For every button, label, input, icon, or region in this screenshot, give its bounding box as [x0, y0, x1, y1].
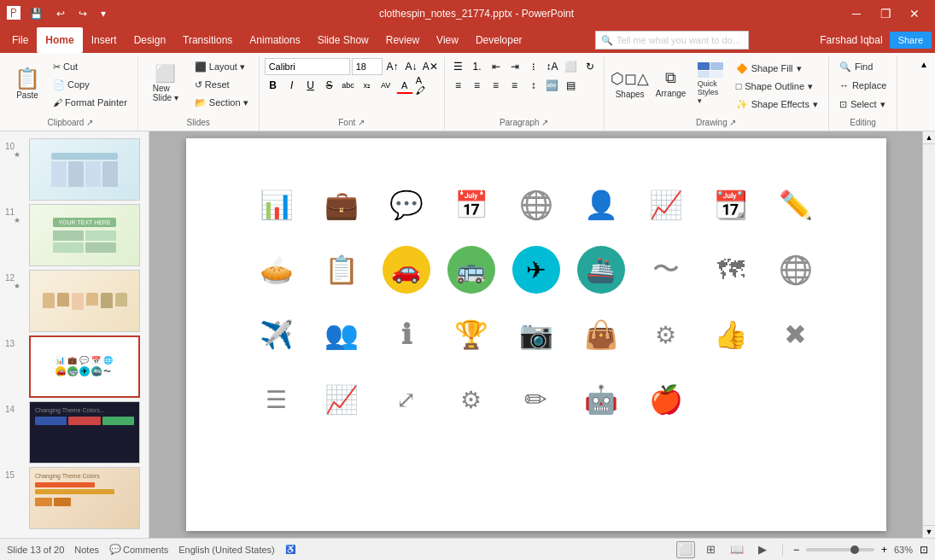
undo-qat-button[interactable]: ↩	[52, 6, 69, 21]
slide-thumb-11[interactable]: YOUR TEXT HERE	[29, 204, 140, 266]
slide-thumb-15[interactable]: Changing Theme Colors	[29, 467, 140, 529]
icon-gear: ⚙	[447, 376, 495, 423]
font-increase-button[interactable]: A↑	[384, 58, 401, 75]
menu-tab-slideshow[interactable]: Slide Show	[309, 27, 377, 53]
zoom-out-button[interactable]: −	[793, 544, 799, 556]
zoom-thumb[interactable]	[850, 545, 859, 554]
shape-effects-button[interactable]: ✨ Shape Effects ▾	[731, 96, 823, 113]
slide-thumb-12[interactable]	[29, 270, 140, 332]
slide-thumb-14[interactable]: Changing Theme Colors...	[29, 401, 140, 464]
menu-tab-view[interactable]: View	[428, 27, 467, 53]
customize-qat-button[interactable]: ▾	[96, 6, 110, 21]
slide-sorter-button[interactable]: ⊞	[702, 541, 721, 558]
restore-button[interactable]: ❐	[872, 2, 899, 26]
font-decrease-button[interactable]: A↓	[403, 58, 420, 75]
slide-thumb-container-11: 11 ★ YOUR TEXT HERE	[20, 204, 131, 266]
save-qat-button[interactable]: 💾	[26, 6, 47, 21]
fontcolor-button[interactable]: A	[396, 77, 413, 94]
strikethrough-button[interactable]: S	[321, 77, 338, 94]
close-button[interactable]: ✕	[901, 2, 928, 26]
icon-world: 🌐	[772, 246, 820, 294]
bold-button[interactable]: B	[265, 77, 282, 94]
slide-thumb-container-13: 13 📊💼💬📅🌐 🚗 🚌 ✈ 🚢 〜	[20, 335, 131, 398]
decrease-indent-button[interactable]: ⇤	[488, 58, 505, 75]
menu-tab-transitions[interactable]: Transitions	[174, 27, 241, 53]
clear-format-button[interactable]: A✕	[422, 58, 439, 75]
align-right-button[interactable]: ≡	[488, 77, 505, 94]
select-button[interactable]: ⊡ Select ▾	[834, 96, 891, 113]
numbering-button[interactable]: 1.	[469, 58, 486, 75]
font-size-input[interactable]	[352, 58, 383, 75]
shape-outline-button[interactable]: □ Shape Outline ▾	[731, 78, 823, 95]
menu-tab-home[interactable]: Home	[37, 27, 82, 53]
new-slide-button[interactable]: ⬜ NewSlide ▾	[143, 58, 188, 109]
menu-tab-file[interactable]: File	[3, 27, 37, 53]
user-area[interactable]: Farshad Iqbal	[813, 34, 889, 46]
title-bar: 🅿 💾 ↩ ↪ ▾ clothespin_notes_21774.pptx - …	[0, 0, 935, 27]
zoom-in-button[interactable]: +	[881, 544, 887, 556]
increase-indent-button[interactable]: ⇥	[506, 58, 523, 75]
zoom-slider[interactable]	[806, 548, 874, 551]
replace-button[interactable]: ↔ Replace	[834, 77, 891, 94]
line-spacing-button[interactable]: ↕	[525, 77, 542, 94]
menu-tab-review[interactable]: Review	[377, 27, 428, 53]
arrange-button[interactable]: ⧉ Arrange	[652, 58, 690, 109]
ribbon-group-font: A↑ A↓ A✕ B I U S abc x₂ AV A A🖍 Font ↗	[260, 56, 445, 131]
tell-me-input[interactable]: 🔍 Tell me what you want to do...	[595, 31, 749, 50]
shape-fill-button[interactable]: 🔶 Shape Fill ▾	[731, 60, 823, 77]
menu-tab-design[interactable]: Design	[126, 27, 174, 53]
slide-thumb-13[interactable]: 📊💼💬📅🌐 🚗 🚌 ✈ 🚢 〜	[29, 335, 140, 398]
zoom-level[interactable]: 63%	[894, 545, 913, 555]
slideshow-view-button[interactable]: ▶	[753, 541, 772, 558]
icon-apple: 🍎	[642, 376, 690, 423]
shadow-button[interactable]: abc	[340, 77, 357, 94]
text-direction-button[interactable]: ↕A	[544, 58, 561, 75]
bullets-button[interactable]: ☰	[450, 58, 467, 75]
menu-tab-developer[interactable]: Developer	[467, 27, 531, 53]
menu-tab-insert[interactable]: Insert	[83, 27, 126, 53]
comments-button[interactable]: 💬 Comments	[109, 544, 168, 555]
quick-styles-button[interactable]: QuickStyles ▾	[692, 58, 729, 109]
text-shadow-button[interactable]: 🔤	[544, 77, 561, 94]
ribbon-collapse-button[interactable]: ▲	[916, 58, 932, 71]
layout-button[interactable]: ⬛ Layout ▾	[190, 58, 254, 75]
smart-art-button[interactable]: ⬜	[563, 58, 580, 75]
copy-button[interactable]: 📄 Copy	[48, 76, 132, 93]
italic-button[interactable]: I	[283, 77, 301, 94]
highlight-button[interactable]: A🖍	[415, 77, 432, 94]
right-scrollbar[interactable]: ▲ ▼	[922, 131, 935, 538]
icon-edit: ✏️	[772, 181, 820, 229]
minimize-button[interactable]: ─	[843, 2, 870, 26]
notes-button[interactable]: Notes	[74, 545, 99, 555]
menu-tab-animations[interactable]: Animations	[241, 27, 308, 53]
reset-button[interactable]: ↺ Reset	[190, 76, 254, 93]
section-button[interactable]: 📂 Section ▾	[190, 94, 254, 111]
subscript-button[interactable]: x₂	[359, 77, 376, 94]
col-button[interactable]: ▤	[563, 77, 580, 94]
convert-button[interactable]: ↻	[581, 58, 599, 75]
accessibility-button[interactable]: ♿	[285, 545, 295, 554]
center-button[interactable]: ≡	[469, 77, 486, 94]
scroll-up-button[interactable]: ▲	[923, 131, 936, 144]
paste-button[interactable]: 📋 Paste	[9, 58, 46, 109]
reading-view-button[interactable]: 📖	[728, 541, 746, 558]
scroll-down-button[interactable]: ▼	[923, 525, 936, 538]
redo-qat-button[interactable]: ↪	[74, 6, 91, 21]
fit-slide-button[interactable]: ⊡	[920, 544, 928, 556]
normal-view-button[interactable]: ⬜	[676, 541, 695, 558]
share-button[interactable]: Share	[890, 32, 932, 49]
shapes-button[interactable]: ⬡◻△ Shapes	[610, 58, 651, 109]
align-left-button[interactable]: ≡	[450, 77, 467, 94]
find-button[interactable]: 🔍 Find	[834, 58, 878, 75]
columns-button[interactable]: ⫶	[525, 58, 542, 75]
font-name-input[interactable]	[265, 58, 350, 75]
slide-canvas[interactable]: 📊 💼 💬 📅 🌐 👤 📈 📆 ✏️ 🥧 📋 🚗 🚌 ✈ 🚢 〜 🗺	[186, 138, 886, 531]
underline-button[interactable]: U	[302, 77, 319, 94]
drawing-label: Drawing ↗	[610, 116, 823, 129]
justify-button[interactable]: ≡	[506, 77, 523, 94]
cut-button[interactable]: ✂ Cut	[48, 58, 132, 75]
charspacing-button[interactable]: AV	[377, 77, 394, 94]
slide-thumb-container-14: 14 Changing Theme Colors...	[20, 401, 131, 464]
slide-thumb-10[interactable]	[29, 138, 140, 201]
format-painter-button[interactable]: 🖌 Format Painter	[48, 94, 132, 111]
